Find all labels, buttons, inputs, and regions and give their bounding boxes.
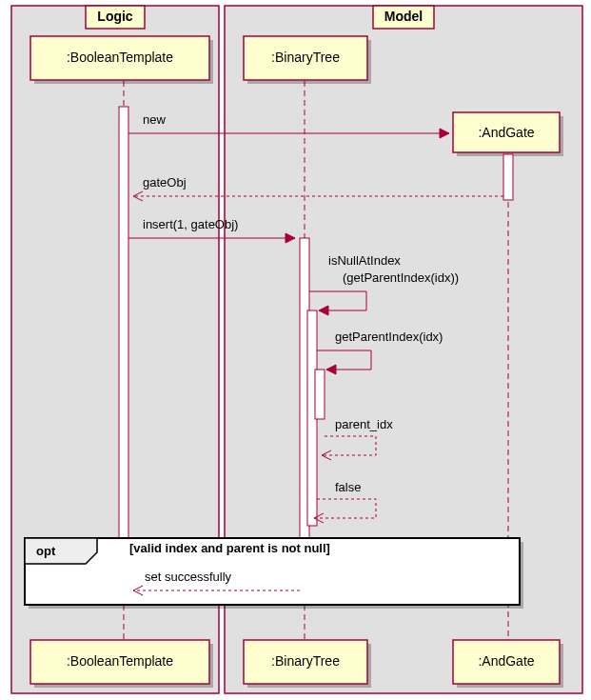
msg-insert-label: insert(1, gateObj) xyxy=(143,217,238,231)
opt-label: opt xyxy=(36,544,56,558)
participant-andgate-create-label: :AndGate xyxy=(478,125,534,140)
msg-parentidx-label: parent_idx xyxy=(335,417,393,431)
participant-booltemplate-top-label: :BooleanTemplate xyxy=(67,50,173,65)
msg-isnull-label1: isNullAtIndex xyxy=(328,253,401,268)
participant-andgate-bottom-label: :AndGate xyxy=(478,653,534,669)
group-logic-title: Logic xyxy=(97,9,133,24)
msg-getparent-label: getParentIndex(idx) xyxy=(335,330,443,344)
activation-getparent xyxy=(315,370,325,419)
sequence-diagram: Logic Model :BooleanTemplate :BinaryTree… xyxy=(0,0,591,700)
msg-isnull-label2: (getParentIndex(idx)) xyxy=(343,270,459,285)
participant-binarytree-top-label: :BinaryTree xyxy=(271,50,340,65)
msg-new-label: new xyxy=(143,112,166,127)
participant-booltemplate-bottom-label: :BooleanTemplate xyxy=(67,653,173,669)
participant-binarytree-bottom-label: :BinaryTree xyxy=(271,653,340,669)
msg-gateobj-label: gateObj xyxy=(143,175,187,190)
activation-booltemplate xyxy=(119,107,128,602)
msg-false-label: false xyxy=(335,480,361,494)
msg-setok-label: set successfully xyxy=(145,570,232,584)
group-model-title: Model xyxy=(384,9,423,24)
activation-andgate xyxy=(503,154,513,200)
opt-guard: [valid index and parent is not null] xyxy=(129,541,330,555)
